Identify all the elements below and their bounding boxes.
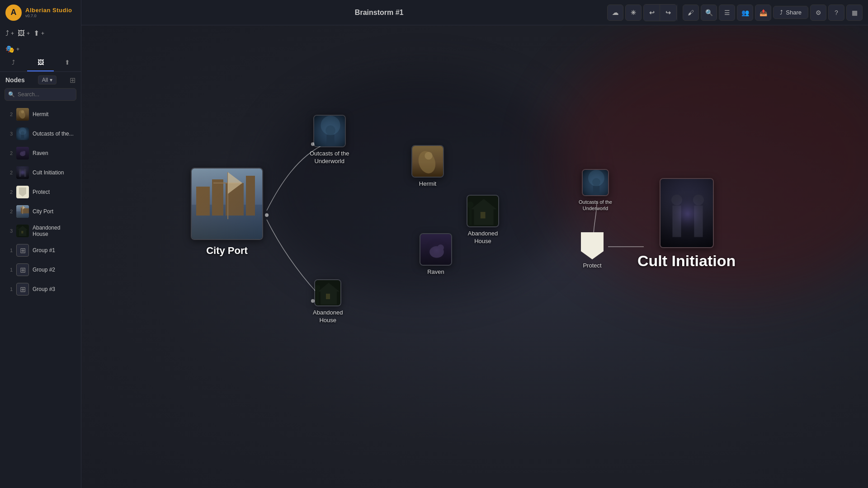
cult-initiation-label: Cult Initiation [637,251,736,271]
node-count: 3 [7,228,13,234]
list-item[interactable]: 2Raven [2,144,79,163]
share-sec-icon: ⤴ [5,29,9,38]
list-item[interactable]: 1⊞Group #3 [2,280,79,299]
node-count: 3 [7,131,13,136]
node-name-label: Group #1 [33,247,55,253]
sidebar-tab-share[interactable]: ⤴ [0,54,27,71]
node-thumbnail [16,147,29,160]
node-thumbnail [16,225,29,237]
app-name: Alberian Studio [25,7,72,14]
abandoned-bottom-image-box [314,279,341,306]
hermit-label: Hermit [419,180,436,188]
add-item-icon: 🎭 [5,45,14,53]
node-cult-initiation[interactable]: Cult Initiation [637,178,736,271]
protect-shield-icon [581,232,604,259]
undo-button[interactable]: ↩ [644,5,660,21]
upload-sec-btn[interactable]: ⬆ + [33,29,44,38]
chevron-down-icon: ▾ [50,77,52,83]
list-item[interactable]: 1⊞Group #1 [2,241,79,260]
list-item[interactable]: 3Outcasts of the... [2,124,79,143]
city-port-image-box [191,168,263,240]
city-port-canvas [192,169,263,240]
layout-button[interactable]: ☰ [719,5,735,21]
add-item-sec-btn[interactable]: 🎭 + [5,45,19,53]
outcasts-right-image-box [582,169,609,196]
list-item[interactable]: 2Hermit [2,105,79,124]
node-count: 2 [7,209,13,214]
app-version: v0.7.0 [25,14,72,18]
node-count: 2 [7,150,13,156]
node-name-label: Raven [33,150,48,156]
filter-value: All [42,77,48,83]
users-button[interactable]: 👥 [737,5,753,21]
search-box: 🔍 [5,88,76,101]
topbar-center: Brainstorm #1 ☁ ✳ ↩ ↪ [81,9,677,17]
help-button[interactable]: ? [828,5,844,21]
sidebar-filter: Nodes All ▾ ⊞ [0,72,81,88]
list-item[interactable]: 1⊞Group #2 [2,260,79,279]
outcasts-right-label: Outcasts of theUnderworld [579,199,612,212]
node-count: 1 [7,286,13,292]
abandoned-center-label: AbandonedHouse [468,230,498,245]
raven-image-box [420,233,452,266]
brush-tool-button[interactable]: 🖌 [683,5,699,21]
node-count: 2 [7,112,13,117]
node-name-label: Protect [33,189,50,195]
node-count: 1 [7,267,13,272]
image-sec-btn[interactable]: 🖼 + [18,29,30,38]
filter-select[interactable]: All ▾ [38,75,57,84]
node-name-label: City Port [33,208,53,215]
node-protect[interactable]: Protect [581,232,604,270]
undo-redo-group: ↩ ↪ [643,4,677,21]
search-input[interactable] [5,88,76,101]
sidebar-tab-image[interactable]: 🖼 [27,54,54,71]
node-abandoned-center[interactable]: AbandonedHouse [467,195,499,245]
menu-button[interactable]: ▦ [846,5,863,21]
app-logo-icon: A [5,5,22,21]
node-outcasts-top[interactable]: Outcasts of theUnderworld [310,115,349,165]
nodes-label: Nodes [5,76,25,84]
node-list: 2Hermit3Outcasts of the...2Raven2Cult In… [0,104,81,488]
topbar: A Alberian Studio v0.7.0 Brainstorm #1 ☁… [0,0,868,25]
abandoned-center-image-box [467,195,499,227]
list-item[interactable]: 2Cult Initiation [2,163,79,182]
abandoned-center-canvas [467,196,499,227]
sidebar: ⤴ 🖼 ⬆ Nodes All ▾ ⊞ 🔍 2Hermit3Outcasts o… [0,54,81,488]
secondary-toolbar: ⤴ + 🖼 + ⬆ + 🎭 + [0,25,81,57]
document-title: Brainstorm #1 [355,9,404,17]
node-thumbnail: ⊞ [16,283,29,296]
share-icon: ⤴ [780,9,783,16]
share-label: Share [786,9,802,16]
share-sec-btn[interactable]: ⤴ + [5,29,14,38]
node-thumbnail [16,205,29,218]
node-abandoned-bottom[interactable]: AbandonedHouse [313,279,343,324]
node-raven[interactable]: Raven [420,233,452,276]
redo-button[interactable]: ↪ [660,5,676,21]
node-name-label: Cult Initiation [33,169,64,176]
main-canvas[interactable]: City Port Outcasts of theUnderworld Herm… [81,25,868,488]
export-button[interactable]: 📤 [755,5,771,21]
sidebar-tab-upload[interactable]: ⬆ [54,54,81,71]
sidebar-tabs: ⤴ 🖼 ⬆ [0,54,81,72]
image-sec-icon: 🖼 [18,29,25,38]
node-thumbnail: ⊞ [16,244,29,257]
search-input-icon: 🔍 [8,91,15,98]
share-button[interactable]: ⤴ Share [773,6,808,19]
search-button[interactable]: 🔍 [701,5,717,21]
node-name-label: Group #2 [33,267,55,273]
list-item[interactable]: 3Abandoned House [2,221,79,240]
node-outcasts-right[interactable]: Outcasts of theUnderworld [579,169,612,212]
cursor-tool-button[interactable]: ✳ [625,5,642,21]
node-thumbnail: ⊞ [16,263,29,276]
list-item[interactable]: 2City Port [2,202,79,221]
hermit-image-box [411,145,444,178]
node-name-label: Outcasts of the... [33,131,74,137]
node-city-port[interactable]: City Port [191,168,263,258]
upload-sec-icon: ⬆ [33,29,39,38]
node-thumbnail [16,166,29,179]
settings-button[interactable]: ⚙ [810,5,826,21]
list-item[interactable]: 2Protect [2,183,79,202]
node-hermit[interactable]: Hermit [411,145,444,188]
cloud-sync-button[interactable]: ☁ [607,5,623,21]
grid-view-icon[interactable]: ⊞ [70,76,75,84]
